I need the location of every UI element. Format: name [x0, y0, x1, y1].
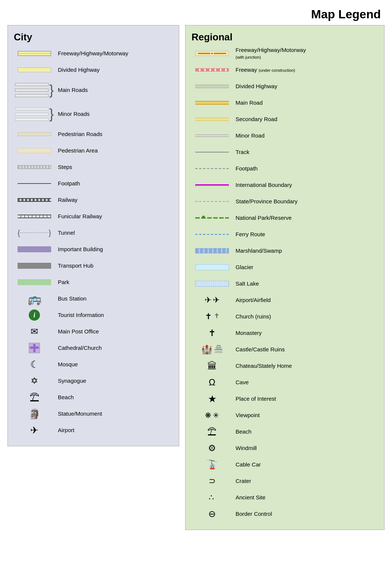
r-border-label: Border Control — [233, 511, 272, 517]
r-minorroad-label: Minor Road — [233, 132, 265, 139]
list-item: Freeway (under construction) — [192, 63, 380, 77]
synagogue-label: Synagogue — [55, 378, 86, 384]
beach-city-label: Beach — [55, 394, 74, 401]
bus-station-icon: 🚌 — [14, 292, 55, 305]
minor-roads-city-label: Minor Roads — [55, 111, 90, 117]
r-windmill-icon: ⚙ — [192, 443, 233, 453]
list-item: Divided Highway — [192, 80, 380, 93]
list-item: ⛱ Beach — [14, 391, 174, 404]
railway-icon — [14, 198, 55, 202]
list-item: } Minor Roads — [14, 104, 174, 124]
statue-monument-icon: 🗿 — [14, 408, 55, 420]
funicular-icon — [14, 215, 55, 218]
r-place-interest-icon: ★ — [192, 393, 233, 405]
transport-hub-label: Transport Hub — [55, 262, 93, 269]
list-item: Minor Road — [192, 129, 380, 142]
list-item: ✝ Monastery — [192, 326, 380, 340]
list-item: ⊃ Crater — [192, 474, 380, 488]
bus-station-label: Bus Station — [55, 295, 87, 302]
r-freeway-constr-label: Freeway (under construction) — [233, 67, 295, 73]
list-item: ✝ ✝ Church (ruins) — [192, 310, 380, 323]
r-church-icon: ✝ ✝ — [192, 312, 233, 321]
main-post-office-icon: ✉ — [14, 326, 55, 337]
city-panel: City Freeway/Highway/Motorway Divided Hi… — [7, 25, 179, 446]
list-item: Railway — [14, 193, 174, 207]
pedestrian-roads-label: Pedestrian Roads — [55, 131, 102, 138]
r-saltlake-label: Salt Lake — [233, 280, 259, 287]
regional-panel: Regional Freeway/Highway/Motorway (with … — [185, 25, 385, 530]
list-item: Funicular Railway — [14, 210, 174, 223]
list-item: Cathedral/Church — [14, 341, 174, 355]
r-cave-icon: Ω — [192, 377, 233, 388]
tourist-info-icon: i — [14, 309, 55, 321]
r-castle-icon: 🏰 🏯 — [192, 344, 233, 355]
tunnel-icon: { } — [14, 229, 55, 237]
list-item: } Main Roads — [14, 80, 174, 101]
list-item: Secondary Road — [192, 113, 380, 126]
r-crater-label: Crater — [233, 478, 251, 484]
r-border-icon: ⊖ — [192, 509, 233, 519]
list-item: 🗿 Statue/Monument — [14, 407, 174, 420]
r-crater-icon: ⊃ — [192, 476, 233, 486]
statue-monument-label: Statue/Monument — [55, 410, 102, 417]
funicular-label: Funicular Railway — [55, 213, 102, 220]
freeway-city-label: Freeway/Highway/Motorway — [55, 50, 128, 57]
list-item: Divided Highway — [14, 63, 174, 77]
footpath-city-label: Footpath — [55, 180, 80, 187]
r-intl-boundary-label: International Boundary — [233, 182, 292, 188]
list-item: Transport Hub — [14, 259, 174, 272]
r-airport-icon: ✈✈ — [192, 295, 233, 305]
divided-highway-city-icon — [14, 67, 55, 73]
list-item: Important Building — [14, 243, 174, 256]
r-freeway-constr-icon — [192, 68, 233, 71]
list-item: Track — [192, 145, 380, 159]
list-item: Pedestrian Area — [14, 144, 174, 157]
pedestrian-roads-icon — [14, 132, 55, 136]
r-castle-label: Castle/Castle Ruins — [233, 346, 285, 353]
steps-label: Steps — [55, 164, 72, 170]
r-saltlake-icon — [192, 281, 233, 287]
list-item: { } Tunnel — [14, 226, 174, 240]
list-item: Ω Cave — [192, 376, 380, 389]
r-footpath-icon — [192, 168, 233, 169]
mosque-icon: ☾ — [14, 359, 55, 370]
list-item: Park — [14, 275, 174, 289]
r-secondroad-label: Secondary Road — [233, 116, 277, 123]
r-marsh-label: Marshland/Swamp — [233, 247, 282, 254]
r-church-label: Church (ruins) — [233, 313, 271, 320]
footpath-city-icon — [14, 183, 55, 184]
important-building-label: Important Building — [55, 246, 103, 253]
city-panel-title: City — [14, 31, 174, 43]
r-state-boundary-icon — [192, 201, 233, 202]
list-item: ⊖ Border Control — [192, 507, 380, 521]
park-icon — [14, 279, 55, 285]
r-footpath-label: Footpath — [233, 165, 258, 172]
list-item: Main Road — [192, 96, 380, 110]
list-item: ✉ Main Post Office — [14, 325, 174, 338]
list-item: Freeway/Highway/Motorway (with junction) — [192, 47, 380, 60]
list-item: 🏰 🏯 Castle/Castle Ruins — [192, 343, 380, 356]
r-ferry-icon — [192, 234, 233, 235]
r-cablecar-label: Cable Car — [233, 461, 261, 468]
list-item: ☾ Mosque — [14, 358, 174, 371]
main-roads-city-label: Main Roads — [55, 87, 88, 93]
airport-city-icon: ✈ — [14, 425, 55, 436]
r-national-park-label: National Park/Reserve — [233, 215, 292, 221]
list-item: Marshland/Swamp — [192, 244, 380, 258]
r-divided-icon — [192, 84, 233, 88]
synagogue-icon: ✡ — [14, 376, 55, 386]
page-header: Map Legend — [7, 7, 385, 21]
list-item: ⚙ Windmill — [192, 441, 380, 455]
list-item: Pedestrian Roads — [14, 127, 174, 141]
r-ferry-label: Ferry Route — [233, 231, 265, 238]
r-place-interest-label: Place of Interest — [233, 395, 276, 402]
list-item: ✈ Airport — [14, 423, 174, 437]
list-item: 🏛 Chateau/Stately Home — [192, 359, 380, 373]
r-monastery-icon: ✝ — [192, 328, 233, 338]
list-item: ⛱ Beach — [192, 425, 380, 438]
park-label: Park — [55, 279, 69, 286]
r-ancient-label: Ancient Site — [233, 494, 265, 501]
list-item: ❋ ✳ Viewpoint — [192, 409, 380, 422]
important-building-icon — [14, 246, 55, 252]
list-item: Glacier — [192, 261, 380, 274]
